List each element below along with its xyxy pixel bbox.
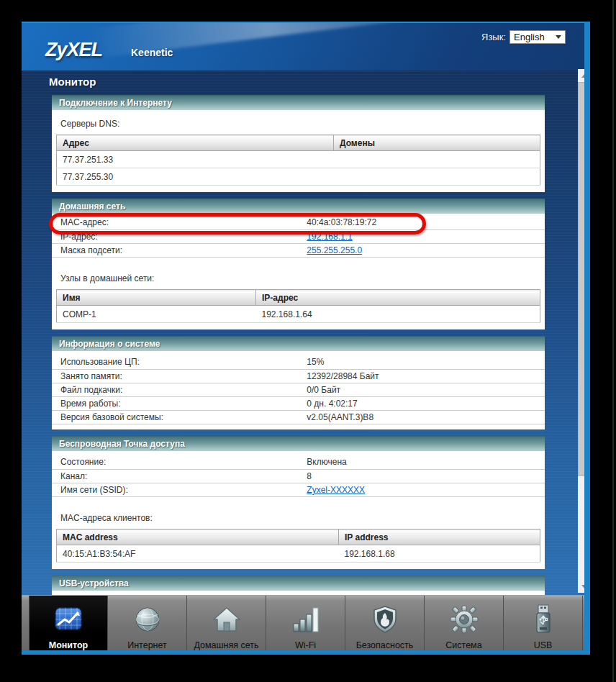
- hosts-label: Узлы в домашней сети:: [52, 269, 545, 286]
- scroll-down-button[interactable]: [578, 580, 590, 593]
- nav-label-wifi: Wi-Fi: [295, 640, 316, 650]
- header: ZyXEL Keenetic Язык: English: [22, 23, 590, 71]
- vertical-scrollbar[interactable]: [578, 69, 590, 593]
- memory-used-row: Занято памяти: 12392/28984 Байт: [52, 369, 545, 383]
- table-row: 77.37.251.33: [57, 151, 540, 168]
- router-admin-page: ZyXEL Keenetic Язык: English Монитор Под…: [0, 0, 616, 682]
- nav-item-system[interactable]: Система: [425, 596, 504, 655]
- house-icon: [212, 603, 242, 636]
- product-name: Keenetic: [131, 47, 173, 58]
- table-row: 40:15:A1:B3:54:AF 192.168.1.68: [57, 545, 540, 563]
- nav-item-monitor[interactable]: Монитор: [29, 596, 108, 655]
- section-wireless-ap: Беспроводная Точка доступа Состояние: Вк…: [52, 436, 545, 569]
- wifi-clients-table: MAC address IP address 40:15:A1:B3:54:AF…: [56, 529, 540, 563]
- nav-item-usb[interactable]: USB: [504, 596, 583, 655]
- mac-address-row: MAC-адрес: 40:4a:03:78:19:72: [52, 214, 545, 229]
- dns-domains-cell: [334, 151, 540, 168]
- uptime-row: Время работы: 0 дн. 4:02:17: [52, 396, 545, 410]
- nav-label-internet: Интернет: [127, 640, 167, 650]
- cpu-usage-row: Использование ЦП: 15%: [52, 355, 545, 369]
- nav-item-home-network[interactable]: Домашняя сеть: [187, 596, 266, 655]
- zyxel-logo: ZyXEL: [45, 39, 102, 61]
- subnet-mask-row: Маска подсети: 255.255.255.0: [52, 243, 545, 257]
- section-home-network: Домашняя сеть MAC-адрес: 40:4a:03:78:19:…: [52, 199, 545, 329]
- client-ip-cell: 192.168.1.68: [339, 545, 540, 563]
- gear-icon: [449, 603, 479, 636]
- table-row: 77.37.255.30: [57, 168, 540, 186]
- host-name-cell: COMP-1: [57, 306, 256, 323]
- nav-item-security[interactable]: Безопасность: [345, 596, 425, 655]
- hosts-col-name: Имя: [57, 290, 256, 306]
- wifi-bars-icon: [291, 603, 321, 636]
- ip-address-link[interactable]: 192.168.1.1: [307, 232, 352, 242]
- table-row: COMP-1 192.168.1.64: [57, 306, 540, 323]
- section-internet-header: Подключение к Интернету: [52, 95, 545, 110]
- nav-label-security: Безопасность: [356, 640, 414, 650]
- dns-servers-label: Серверы DNS:: [52, 114, 545, 132]
- dns-col-address: Адрес: [57, 135, 334, 151]
- screen-edge-artifact: [612, 0, 614, 682]
- hosts-table: Имя IP-адрес COMP-1 192.168.1.64: [56, 289, 540, 323]
- firmware-version-row: Версия базовой системы: v2.05(AANT.3)B8: [52, 410, 545, 424]
- nav-label-usb: USB: [534, 640, 553, 650]
- nav-label-home-network: Домашняя сеть: [194, 640, 258, 650]
- clients-col-ip: IP address: [339, 529, 540, 545]
- main-panel: ZyXEL Keenetic Язык: English Монитор Под…: [22, 22, 590, 655]
- language-label: Язык:: [481, 32, 506, 42]
- host-ip-cell: 192.168.1.64: [256, 306, 540, 323]
- hosts-col-ip: IP-адрес: [256, 290, 540, 306]
- section-home-network-header: Домашняя сеть: [52, 199, 545, 214]
- dns-col-domains: Домены: [334, 135, 540, 151]
- scroll-up-button[interactable]: [578, 69, 590, 82]
- nav-label-system: Система: [445, 640, 481, 650]
- dns-address-cell: 77.37.255.30: [57, 168, 334, 186]
- section-system-info: Информация о системе Использование ЦП: 1…: [52, 336, 545, 429]
- language-select[interactable]: English: [509, 30, 566, 44]
- clients-mac-label: MAC-адреса клиентов:: [52, 509, 545, 526]
- section-system-header: Информация о системе: [52, 336, 545, 351]
- ip-address-row: IP-адрес: 192.168.1.1: [52, 229, 545, 243]
- dns-table: Адрес Домены 77.37.251.33 77.37.255.30: [56, 135, 540, 186]
- scroll-up-icon: [581, 74, 587, 78]
- nav-label-monitor: Монитор: [49, 640, 89, 650]
- nav-item-wifi[interactable]: Wi-Fi: [266, 596, 345, 655]
- wifi-state-row: Состояние: Включена: [52, 455, 545, 469]
- sections-container: Подключение к Интернету Серверы DNS: Адр…: [52, 95, 545, 647]
- subnet-mask-link[interactable]: 255.255.255.0: [307, 245, 362, 255]
- ssid-link[interactable]: Zyxel-XXXXXX: [307, 485, 365, 495]
- dns-address-cell: 77.37.251.33: [57, 151, 334, 168]
- mac-address-value: 40:4a:03:78:19:72: [307, 217, 376, 227]
- scroll-down-icon: [581, 585, 587, 588]
- monitor-chart-icon: [53, 603, 84, 636]
- clients-col-mac: MAC address: [57, 529, 339, 545]
- bottom-navigation: Монитор: [22, 595, 590, 655]
- section-wireless-header: Беспроводная Точка доступа: [52, 436, 545, 451]
- globe-icon: [133, 603, 162, 636]
- shield-icon: [371, 603, 399, 636]
- usb-stick-icon: [529, 603, 558, 636]
- scrollbar-thumb[interactable]: [578, 82, 590, 476]
- section-usb-header: USB-устройства: [52, 576, 545, 591]
- wifi-channel-row: Канал: 8: [52, 469, 545, 483]
- chevron-down-icon: [556, 35, 561, 39]
- wifi-ssid-row: Имя сети (SSID): Zyxel-XXXXXX: [52, 483, 545, 496]
- swap-file-row: Файл подкачки: 0/0 Байт: [52, 383, 545, 396]
- language-area: Язык: English: [481, 30, 566, 44]
- client-mac-cell: 40:15:A1:B3:54:AF: [57, 545, 339, 563]
- nav-item-internet[interactable]: Интернет: [108, 596, 187, 655]
- section-internet-connection: Подключение к Интернету Серверы DNS: Адр…: [52, 95, 545, 192]
- dns-domains-cell: [334, 168, 540, 186]
- page-title: Монитор: [49, 76, 96, 88]
- language-selected-value: English: [514, 32, 545, 42]
